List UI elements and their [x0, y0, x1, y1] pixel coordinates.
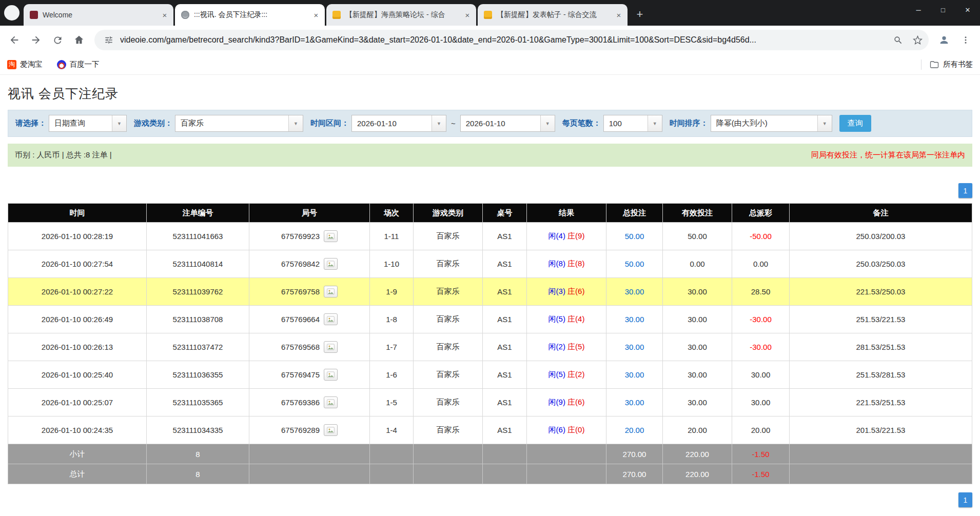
cell-payout: -50.00: [732, 223, 790, 250]
page-size-select[interactable]: 100 ▼: [603, 115, 662, 132]
total-bet-link[interactable]: 50.00: [625, 260, 644, 268]
total-bet-link[interactable]: 50.00: [625, 232, 644, 241]
page-size-value: 100: [604, 119, 648, 128]
close-button[interactable]: ✕: [955, 0, 980, 19]
cell-total-bet: 30.00: [606, 389, 663, 416]
image-icon: [327, 233, 335, 240]
browser-tab[interactable]: Welcome×: [24, 4, 173, 26]
player-result: 闲(2): [548, 342, 565, 351]
date-start-select[interactable]: 2026-01-10 ▼: [351, 115, 446, 132]
round-number: 675769664: [281, 315, 320, 324]
round-number: 675769568: [281, 343, 320, 351]
tab-close-icon[interactable]: ×: [463, 10, 472, 19]
round-result-image-button[interactable]: [324, 230, 338, 242]
browser-tab[interactable]: :::视讯. 会员下注纪录:::×: [175, 4, 325, 26]
tab-close-icon[interactable]: ×: [311, 10, 321, 19]
round-result-image-button[interactable]: [324, 369, 338, 381]
player-result: 闲(6): [548, 425, 565, 434]
chevron-down-icon[interactable]: ▼: [432, 115, 446, 131]
site-info-icon[interactable]: [101, 32, 117, 48]
divider: [921, 59, 922, 70]
cell-time: 2026-01-10 00:26:49: [8, 306, 147, 333]
browser-tab[interactable]: 【新提醒】发表帖子 - 综合交流×: [478, 4, 628, 26]
chevron-down-icon[interactable]: ▼: [112, 115, 126, 131]
total-bet-link[interactable]: 30.00: [625, 343, 644, 351]
round-result-image-button[interactable]: [324, 258, 338, 270]
menu-icon[interactable]: [955, 30, 976, 50]
cell-note: 250.03/200.03: [790, 223, 972, 250]
cell-game-type: 百家乐: [414, 416, 483, 444]
cell-round-no: 675769475: [249, 361, 370, 389]
choose-select[interactable]: 日期查询 ▼: [49, 115, 127, 132]
round-number: 675769386: [281, 398, 320, 407]
tab-close-icon[interactable]: ×: [614, 10, 623, 19]
profile-icon[interactable]: [934, 30, 954, 50]
round-result-image-button[interactable]: [324, 396, 338, 408]
round-result-image-button[interactable]: [324, 424, 338, 436]
cell-valid-bet: 30.00: [663, 389, 732, 416]
back-icon[interactable]: [4, 30, 25, 50]
chevron-down-icon[interactable]: ▼: [288, 115, 303, 131]
round-result-image-button[interactable]: [324, 313, 338, 325]
minimize-button[interactable]: ─: [906, 0, 931, 19]
table-header-row: 时间注单编号局号场次游戏类别桌号结果总投注有效投注总派彩备注: [8, 204, 972, 223]
zoom-icon[interactable]: [890, 32, 906, 48]
total-bet-link[interactable]: 30.00: [625, 315, 644, 324]
all-bookmarks-button[interactable]: 所有书签: [930, 59, 973, 69]
cell-table-no: AS1: [483, 278, 527, 306]
page-1-button[interactable]: 1: [958, 492, 972, 507]
bet-record-row: 2026-01-10 00:27:54523111040814675769842…: [8, 250, 972, 278]
cell-valid-bet: 50.00: [663, 223, 732, 250]
page-1-button[interactable]: 1: [958, 183, 972, 198]
total-bet-link[interactable]: 20.00: [625, 426, 644, 434]
sort-select[interactable]: 降幂(由大到小) ▼: [711, 115, 832, 132]
total-bet-link[interactable]: 30.00: [625, 398, 644, 407]
forum-icon: [30, 11, 38, 19]
chevron-down-icon[interactable]: ▼: [540, 115, 555, 131]
round-result-image-button[interactable]: [324, 286, 338, 297]
cell-result: 闲(8) 庄(8): [527, 250, 606, 278]
round-result-image-button[interactable]: [324, 341, 338, 353]
banker-result: 庄(2): [567, 370, 584, 379]
globe-icon: [181, 11, 189, 19]
cell-payout: 20.00: [732, 416, 790, 444]
total-bet-link[interactable]: 30.00: [625, 370, 644, 379]
bookmark-star-icon[interactable]: [909, 32, 926, 48]
search-button[interactable]: 查询: [839, 115, 871, 132]
cell-table-no: AS1: [483, 306, 527, 333]
chevron-down-icon[interactable]: ▼: [648, 115, 662, 131]
column-header: 备注: [790, 204, 972, 223]
forward-icon[interactable]: [26, 30, 46, 50]
home-icon[interactable]: [69, 30, 89, 50]
cell-time: 2026-01-10 00:26:13: [8, 333, 147, 361]
chevron-down-icon[interactable]: ▼: [817, 115, 832, 131]
cell-round-no: 675769664: [249, 306, 370, 333]
cell-note: 251.53/281.53: [790, 361, 972, 389]
cell-note: 251.53/221.53: [790, 306, 972, 333]
browser-logo-button[interactable]: [4, 5, 19, 21]
game-type-select[interactable]: 百家乐 ▼: [175, 115, 303, 132]
cell-table-no: AS1: [483, 389, 527, 416]
maximize-button[interactable]: □: [931, 0, 955, 19]
total-bet-link[interactable]: 30.00: [625, 287, 644, 296]
bet-record-row: 2026-01-10 00:24:35523111034335675769289…: [8, 416, 972, 444]
cell-result: 闲(3) 庄(6): [527, 278, 606, 306]
cell-session: 1-5: [370, 389, 414, 416]
address-bar[interactable]: videoie.com/game/betrecord_search/kind3?…: [94, 30, 929, 50]
cell-total-bet: 30.00: [606, 333, 663, 361]
banker-result: 庄(8): [567, 259, 584, 268]
bet-record-row: 2026-01-10 00:26:13523111037472675769568…: [8, 333, 972, 361]
bookmark-item[interactable]: 淘爱淘宝: [7, 59, 43, 69]
browser-tab[interactable]: 【新提醒】海燕策略论坛 - 综合×: [326, 4, 476, 26]
bookmark-item[interactable]: 百度一下: [57, 59, 100, 69]
image-icon: [327, 344, 335, 350]
cell-bet-no: 523111035365: [147, 389, 249, 416]
reload-icon[interactable]: [47, 30, 68, 50]
url-text[interactable]: videoie.com/game/betrecord_search/kind3?…: [120, 35, 887, 45]
new-tab-button[interactable]: +: [632, 7, 648, 22]
tab-close-icon[interactable]: ×: [160, 10, 169, 19]
cell-payout: 0.00: [732, 250, 790, 278]
date-end-select[interactable]: 2026-01-10 ▼: [460, 115, 555, 132]
bet-record-row: 2026-01-10 00:26:49523111038708675769664…: [8, 306, 972, 333]
cell-session: 1-10: [370, 250, 414, 278]
